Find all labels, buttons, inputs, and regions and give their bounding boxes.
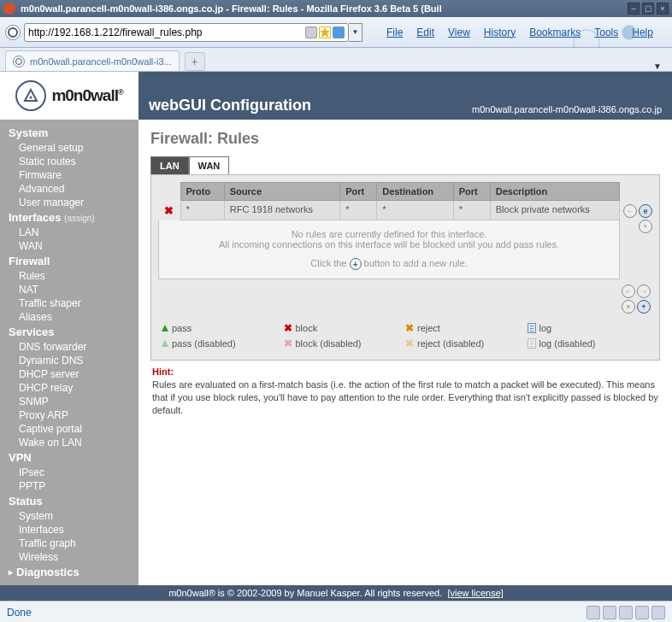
table-row[interactable]: ✖ * RFC 1918 networks * * * Block privat…	[158, 201, 620, 220]
panel-action-buttons: ← → × +	[158, 279, 652, 315]
tab-lan[interactable]: LAN	[150, 156, 189, 174]
sidebar-group-system[interactable]: System	[9, 125, 139, 141]
move-right-bottom-button[interactable]: →	[637, 285, 651, 298]
url-bar[interactable]	[24, 23, 349, 42]
sidebar-item-dhcp-server[interactable]: DHCP server	[9, 367, 139, 381]
sidebar: System General setup Static routes Firmw…	[0, 120, 139, 585]
addon-icon-3[interactable]	[619, 606, 633, 619]
svg-marker-0	[321, 27, 329, 36]
menu-file[interactable]: File	[386, 26, 403, 38]
sidebar-item-advanced[interactable]: Advanced	[9, 182, 139, 196]
sidebar-item-nat[interactable]: NAT	[9, 283, 139, 296]
sidebar-item-static-routes[interactable]: Static routes	[9, 155, 139, 168]
sidebar-item-traffic-graph[interactable]: Traffic graph	[9, 537, 139, 550]
block-icon: ✖	[164, 204, 174, 217]
sidebar-item-status-interfaces[interactable]: Interfaces	[9, 523, 139, 537]
sidebar-item-traffic-shaper[interactable]: Traffic shaper	[9, 296, 139, 310]
bookmark-star-icon[interactable]	[319, 26, 331, 38]
sidebar-item-proxy-arp[interactable]: Proxy ARP	[9, 408, 139, 422]
move-left-bottom-button[interactable]: ←	[622, 285, 635, 298]
go-button[interactable]	[333, 26, 345, 38]
cell-proto: *	[180, 201, 224, 220]
addon-icon-4[interactable]	[635, 606, 649, 619]
maximize-button[interactable]: ▢	[642, 3, 654, 15]
menu-edit[interactable]: Edit	[416, 26, 434, 38]
sidebar-item-firmware[interactable]: Firmware	[9, 168, 139, 182]
sidebar-item-wake-on-lan[interactable]: Wake on LAN	[9, 436, 139, 449]
rules-panel: Proto Source Port Destination Port Descr…	[150, 174, 660, 361]
add-rule-button[interactable]: +	[637, 300, 651, 314]
minimize-button[interactable]: –	[628, 3, 640, 15]
edit-rule-button[interactable]: e	[639, 204, 652, 218]
new-tab-button[interactable]: +	[185, 52, 205, 71]
col-source: Source	[224, 183, 339, 201]
addon-icon-1[interactable]	[587, 606, 600, 619]
page-footer: m0n0wall® is © 2002-2009 by Manuel Kaspe…	[0, 585, 672, 601]
sidebar-group-vpn[interactable]: VPN	[9, 449, 139, 466]
sidebar-group-services[interactable]: Services	[9, 324, 139, 340]
col-port2: Port	[453, 183, 490, 201]
sidebar-item-snmp[interactable]: SNMP	[9, 395, 139, 408]
delete-rule-button[interactable]: ×	[622, 300, 635, 314]
browser-tabbar: m0n0wall.parancell-m0n0wall-i3... + ▼	[0, 48, 672, 72]
sidebar-item-status-system[interactable]: System	[9, 509, 139, 523]
cell-desc: Block private networks	[490, 201, 619, 220]
browser-menu: File Edit View History Bookmarks Tools H…	[386, 26, 653, 38]
sidebar-item-dynamic-dns[interactable]: Dynamic DNS	[9, 354, 139, 367]
sidebar-item-aliases[interactable]: Aliases	[9, 310, 139, 324]
sidebar-group-firewall[interactable]: Firewall	[9, 253, 139, 269]
sidebar-group-interfaces[interactable]: Interfaces (assign)	[9, 209, 139, 226]
feed-icon[interactable]	[305, 26, 317, 38]
sidebar-item-user-manager[interactable]: User manager	[9, 196, 139, 209]
window-title: m0n0wall.parancell-m0n0wall-i386.ongs.co…	[21, 3, 625, 14]
window-titlebar: m0n0wall.parancell-m0n0wall-i386.ongs.co…	[0, 0, 672, 17]
browser-toolbar: ▼ File Edit View History Bookmarks Tools…	[0, 17, 672, 48]
interface-tabs: LAN WAN	[150, 156, 660, 174]
view-license-link[interactable]: [view license]	[447, 588, 503, 598]
sidebar-item-captive-portal[interactable]: Captive portal	[9, 422, 139, 436]
sidebar-group-status[interactable]: Status	[9, 493, 139, 509]
sidebar-item-wan[interactable]: WAN	[9, 239, 139, 253]
move-left-button[interactable]: ←	[623, 204, 637, 218]
sidebar-group-diagnostics[interactable]: Diagnostics	[9, 564, 139, 580]
menu-bookmarks[interactable]: Bookmarks	[529, 26, 581, 38]
addon-icon-2[interactable]	[603, 606, 616, 619]
logo[interactable]: m0n0wall®	[0, 72, 139, 120]
header-hostname: m0n0wall.parancell-m0n0wall-i386.ongs.co…	[472, 104, 662, 114]
site-identity-icon[interactable]	[5, 25, 21, 40]
block-legend-icon: ✖	[284, 322, 292, 334]
menu-view[interactable]: View	[448, 26, 470, 38]
sidebar-item-dns-forwarder[interactable]: DNS forwarder	[9, 340, 139, 354]
menu-tools[interactable]: Tools	[594, 26, 618, 38]
menu-history[interactable]: History	[484, 26, 516, 38]
block-disabled-icon: ✖	[284, 337, 292, 349]
sidebar-item-wireless[interactable]: Wireless	[9, 550, 139, 564]
reject-disabled-icon: ✖	[405, 337, 414, 349]
url-input[interactable]	[28, 26, 302, 38]
add-rule-inline-button[interactable]: +	[639, 220, 652, 233]
header-title: webGUI Configuration	[149, 97, 311, 114]
url-history-dropdown[interactable]: ▼	[349, 23, 363, 42]
addon-icon-5[interactable]	[651, 606, 665, 619]
svg-point-2	[30, 97, 32, 99]
sidebar-item-rules[interactable]: Rules	[9, 269, 139, 283]
browser-tab-title: m0n0wall.parancell-m0n0wall-i3...	[30, 56, 172, 67]
tab-wan[interactable]: WAN	[189, 156, 230, 174]
pass-disabled-icon	[162, 340, 168, 347]
menu-help[interactable]: Help	[632, 26, 653, 38]
sidebar-item-lan[interactable]: LAN	[9, 226, 139, 239]
hint-label: Hint:	[152, 367, 174, 377]
sidebar-assign-link[interactable]: (assign)	[64, 214, 95, 223]
plus-icon: +	[350, 258, 362, 270]
close-window-button[interactable]: ×	[657, 3, 669, 15]
sidebar-item-general-setup[interactable]: General setup	[9, 141, 139, 155]
col-proto: Proto	[180, 183, 224, 201]
sidebar-item-ipsec[interactable]: IPsec	[9, 466, 139, 479]
rules-table: Proto Source Port Destination Port Descr…	[158, 182, 620, 220]
col-port: Port	[340, 183, 377, 201]
svg-marker-1	[25, 90, 37, 101]
sidebar-item-pptp[interactable]: PPTP	[9, 479, 139, 493]
sidebar-item-dhcp-relay[interactable]: DHCP relay	[9, 381, 139, 395]
tab-overflow-button[interactable]: ▼	[653, 62, 667, 71]
browser-tab-active[interactable]: m0n0wall.parancell-m0n0wall-i3...	[5, 50, 180, 71]
